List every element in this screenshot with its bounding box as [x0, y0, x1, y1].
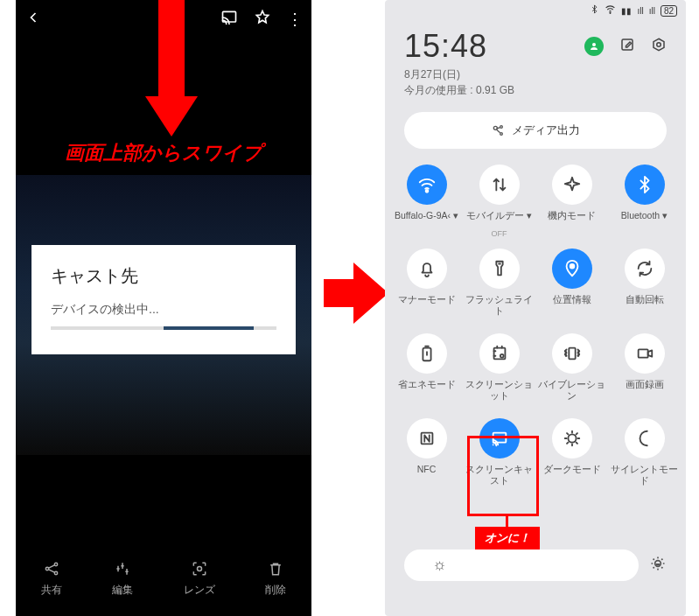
annotation-arrow-down: [145, 0, 198, 140]
screen-record-icon: [625, 333, 665, 374]
svg-point-21: [568, 435, 576, 443]
edit-tiles-icon[interactable]: [619, 37, 635, 56]
auto-rotate-icon: [625, 248, 665, 289]
tile-screenshot[interactable]: スクリーンショット: [463, 328, 535, 411]
tile-nfc[interactable]: NFC: [390, 413, 463, 496]
bluetooth-status-icon: [590, 4, 599, 17]
svg-point-13: [570, 264, 574, 269]
left-phone-screenshot: ⋮ 画面上部からスワイプ キャスト先 デバイスの検出中... 共有 編集 レンズ…: [16, 0, 311, 616]
brightness-low-icon: ☼: [432, 556, 447, 574]
share-button[interactable]: 共有: [41, 560, 62, 598]
cast-dialog: キャスト先 デバイスの検出中...: [31, 245, 296, 354]
svg-point-2: [54, 563, 57, 565]
cast-icon[interactable]: [220, 9, 238, 30]
tile-power-save[interactable]: 省エネモード: [390, 328, 463, 411]
tile-label: モバイルデー ▾: [466, 210, 532, 231]
annotation-arrow-right: [324, 262, 389, 324]
tile-label: NFC: [417, 464, 437, 485]
star-icon[interactable]: [254, 9, 271, 30]
tile-airplane-mode[interactable]: 機内モード: [535, 159, 608, 242]
airplane-mode-icon: [552, 164, 592, 205]
svg-point-12: [425, 190, 428, 192]
svg-point-11: [500, 133, 503, 136]
cast-progress: [51, 326, 276, 330]
date-text: 8月27日(日): [404, 66, 667, 82]
tile-silent-mode[interactable]: サイレントモード: [608, 413, 681, 496]
svg-point-16: [500, 354, 503, 358]
back-icon[interactable]: [24, 9, 42, 30]
wifi-icon: [407, 164, 447, 205]
tile-wifi[interactable]: Buffalo-G-9A‹ ▾: [390, 159, 463, 242]
flashlight-icon: [479, 248, 520, 289]
tile-label: フラッシュライト: [463, 294, 535, 316]
edit-button[interactable]: 編集: [112, 560, 133, 598]
nfc-icon: [407, 418, 447, 458]
svg-point-1: [45, 567, 48, 570]
tile-label: バイブレーション: [535, 379, 608, 401]
tile-label: Bluetooth ▾: [621, 210, 668, 231]
account-avatar[interactable]: [584, 37, 604, 56]
status-bar: ▮▮ ıll ıll 82: [385, 0, 686, 21]
mobile-data-icon: [479, 164, 520, 205]
qs-header: 15:48: [385, 21, 686, 66]
manner-mode-icon: [407, 248, 447, 289]
delete-button[interactable]: 削除: [265, 560, 286, 598]
dark-mode-icon: [552, 418, 592, 458]
tile-label: 省エネモード: [398, 379, 456, 400]
tile-label: 機内モード: [548, 210, 596, 231]
svg-rect-17: [569, 348, 575, 360]
clock-time: 15:48: [404, 28, 487, 65]
annotation-on-tag: オンに！: [475, 527, 540, 550]
svg-point-5: [610, 12, 611, 13]
tile-sublabel: OFF: [492, 229, 507, 238]
tile-label: サイレントモード: [608, 464, 681, 486]
signal-icon-3: ıll: [649, 6, 655, 16]
svg-point-6: [592, 43, 596, 46]
share-label: 共有: [41, 583, 62, 598]
delete-label: 削除: [265, 583, 286, 598]
tile-label: マナーモード: [398, 294, 456, 315]
screen-cast-icon: [479, 418, 520, 458]
tile-manner-mode[interactable]: マナーモード: [390, 243, 463, 326]
edit-label: 編集: [112, 583, 133, 598]
tile-label: 画面録画: [626, 379, 664, 400]
tile-flashlight[interactable]: フラッシュライト: [463, 243, 535, 326]
tile-auto-rotate[interactable]: 自動回転: [608, 243, 681, 326]
silent-mode-icon: [625, 418, 665, 458]
media-output-label: メディア出力: [512, 122, 580, 138]
location-icon: [552, 248, 592, 289]
more-icon[interactable]: ⋮: [287, 10, 303, 29]
tile-vibration[interactable]: バイブレーション: [535, 328, 608, 411]
data-usage-text: 今月の使用量 : 0.91 GB: [404, 82, 667, 98]
tile-label: スクリーンショット: [463, 379, 535, 401]
media-output-button[interactable]: メディア出力: [404, 112, 667, 149]
battery-status: 82: [661, 5, 677, 17]
right-phone-screenshot: ▮▮ ıll ıll 82 15:48 8月27日(日) 今月の使用量 : 0.…: [385, 0, 686, 616]
brightness-row: ☼: [404, 548, 667, 583]
cast-dialog-status: デバイスの検出中...: [51, 302, 276, 318]
svg-point-8: [657, 43, 661, 47]
tile-mobile-data[interactable]: モバイルデー ▾ OFF: [463, 159, 535, 242]
tile-screen-record[interactable]: 画面録画: [608, 328, 681, 411]
tile-screen-cast[interactable]: スクリーンキャスト: [463, 413, 535, 496]
wifi-status-icon: [605, 4, 616, 18]
annotation-swipe-text: 画面上部からスワイプ: [16, 140, 311, 166]
tile-bluetooth[interactable]: Bluetooth ▾: [608, 159, 681, 242]
lens-button[interactable]: レンズ: [184, 560, 215, 598]
power-save-icon: [407, 333, 447, 374]
photos-bottom-bar: 共有 編集 レンズ 削除: [16, 541, 311, 616]
svg-point-10: [500, 126, 503, 129]
signal-icon-2: ıll: [637, 6, 643, 16]
tile-label: Buffalo-G-9A‹ ▾: [395, 210, 458, 231]
tile-label: 自動回転: [626, 294, 664, 315]
bluetooth-icon: [625, 164, 665, 205]
auto-brightness-icon[interactable]: [649, 555, 667, 577]
tile-dark-mode[interactable]: ダークモード: [535, 413, 608, 496]
tile-location[interactable]: 位置情報: [535, 243, 608, 326]
svg-point-3: [54, 571, 57, 574]
screenshot-icon: [479, 333, 520, 374]
settings-icon[interactable]: [651, 37, 667, 56]
quick-settings-grid: Buffalo-G-9A‹ ▾ モバイルデー ▾ OFF 機内モード Bluet…: [385, 156, 686, 497]
brightness-slider[interactable]: ☼: [404, 550, 639, 581]
tile-label: ダークモード: [543, 464, 601, 485]
